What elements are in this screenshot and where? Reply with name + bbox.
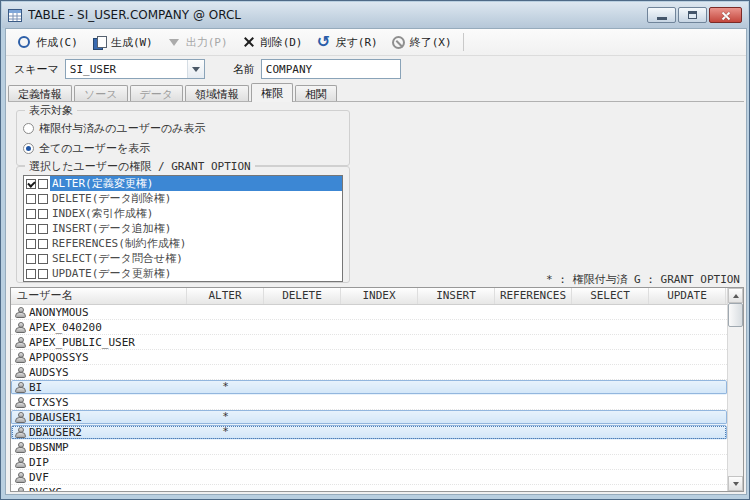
grant-cell-alter [187, 365, 264, 380]
user-name-cell: BI [11, 380, 187, 395]
grant-cell-index [341, 455, 418, 470]
user-row[interactable]: APPQOSSYS [11, 350, 727, 365]
display-target-groupbox: 表示対象 権限付与済みのユーザーのみ表示 全てのユーザーを表示 [16, 110, 350, 166]
chevron-down-icon [187, 60, 204, 78]
name-input[interactable] [261, 59, 401, 79]
user-row[interactable]: DBAUSER1* [11, 410, 727, 425]
schema-combobox[interactable]: SI_USER [65, 59, 205, 79]
privilege-checkbox[interactable] [26, 269, 36, 279]
grant-cell-delete [264, 455, 341, 470]
user-icon [15, 382, 26, 394]
grant-option-checkbox[interactable] [38, 209, 48, 219]
grant-cell-references [495, 470, 572, 485]
user-row[interactable]: CTXSYS [11, 395, 727, 410]
privilege-row[interactable]: UPDATE(データ更新権) [24, 266, 342, 281]
arrow-up-icon [733, 294, 739, 298]
tab-source[interactable]: ソース [74, 85, 128, 102]
grant-cell-delete [264, 335, 341, 350]
grant-cell-select [572, 335, 649, 350]
grant-cell-insert [418, 320, 495, 335]
grant-option-checkbox[interactable] [38, 254, 48, 264]
privilege-checkbox[interactable] [26, 254, 36, 264]
privilege-legend: 選択したユーザーの権限 / GRANT OPTION [25, 159, 255, 174]
toolbar-button-generate[interactable]: 生成(W) [85, 31, 160, 53]
window-controls [647, 7, 742, 23]
scroll-down-button[interactable] [728, 476, 743, 491]
tab-storage[interactable]: 領域情報 [185, 85, 249, 102]
grant-cell-references [495, 320, 572, 335]
grant-cell-alter: * [187, 425, 264, 440]
grant-cell-update [649, 440, 726, 455]
grant-cell-alter [187, 350, 264, 365]
grant-option-checkbox[interactable] [38, 224, 48, 234]
user-row[interactable]: BI* [11, 380, 727, 395]
radio-all-users[interactable]: 全てのユーザーを表示 [23, 140, 150, 156]
scroll-up-button[interactable] [728, 288, 743, 303]
grant-cell-delete [264, 485, 341, 491]
grant-cell-insert [418, 305, 495, 320]
tab-relation[interactable]: 相関 [295, 85, 337, 102]
grant-option-checkbox[interactable] [38, 179, 48, 189]
user-icon [15, 322, 26, 334]
privilege-row[interactable]: ALTER(定義変更権) [24, 176, 342, 191]
arrow-down-icon [733, 482, 739, 486]
toolbar-button-output[interactable]: 出力(P) [160, 31, 235, 53]
user-row[interactable]: DBSNMP [11, 440, 727, 455]
grant-cell-update [649, 395, 726, 410]
privilege-checkbox[interactable] [26, 209, 36, 219]
grant-cell-select [572, 350, 649, 365]
privilege-row[interactable]: DELETE(データ削除権) [24, 191, 342, 206]
radio-granted-users-only[interactable]: 権限付与済みのユーザーのみ表示 [23, 120, 206, 136]
tab-strip: 定義情報ソースデータ領域情報権限相関 [8, 83, 744, 102]
user-row[interactable]: DIP [11, 455, 727, 470]
grant-option-checkbox[interactable] [38, 194, 48, 204]
user-row[interactable]: APEX_040200 [11, 320, 727, 335]
privilege-checkbox[interactable] [26, 224, 36, 234]
tab-privilege[interactable]: 権限 [251, 83, 293, 102]
grant-cell-delete [264, 410, 341, 425]
toolbar-button-revert[interactable]: ↺戻す(R) [310, 31, 385, 53]
circle-icon [18, 36, 30, 48]
grant-cell-references [495, 380, 572, 395]
grant-cell-alter [187, 470, 264, 485]
privilege-row[interactable]: INSERT(データ追加権) [24, 221, 342, 236]
tab-definition[interactable]: 定義情報 [8, 85, 72, 102]
grant-cell-alter [187, 335, 264, 350]
toolbar-button-create[interactable]: 作成(C) [10, 31, 85, 53]
grant-cell-alter: * [187, 410, 264, 425]
grant-cell-references [495, 425, 572, 440]
display-target-legend: 表示対象 [25, 103, 77, 118]
grant-cell-references [495, 395, 572, 410]
user-row[interactable]: DVSYS [11, 485, 727, 491]
user-icon [15, 442, 26, 454]
user-row[interactable]: DBAUSER2* [11, 425, 727, 440]
privilege-checkbox[interactable] [26, 239, 36, 249]
privilege-row[interactable]: SELECT(データ問合せ権) [24, 251, 342, 266]
grant-option-checkbox[interactable] [38, 269, 48, 279]
privilege-row[interactable]: INDEX(索引作成権) [24, 206, 342, 221]
grant-cell-insert [418, 350, 495, 365]
user-row[interactable]: APEX_PUBLIC_USER [11, 335, 727, 350]
tab-data[interactable]: データ [130, 85, 184, 102]
toolbar-button-delete[interactable]: 削除(D) [235, 31, 310, 53]
minimize-button[interactable] [647, 7, 676, 23]
user-row[interactable]: DVF [11, 470, 727, 485]
window-title: TABLE - SI_USER.COMPANY @ ORCL [28, 8, 641, 22]
grant-cell-index [341, 335, 418, 350]
grant-cell-select [572, 395, 649, 410]
user-row[interactable]: AUDSYS [11, 365, 727, 380]
privilege-row[interactable]: REFERENCES(制約作成権) [24, 236, 342, 251]
scrollbar-thumb[interactable] [728, 303, 743, 327]
user-row[interactable]: ANONYMOUS [11, 305, 727, 320]
privilege-checkbox[interactable] [26, 194, 36, 204]
close-button[interactable] [709, 7, 742, 23]
user-name-cell: DBSNMP [11, 440, 187, 455]
toolbar-button-exit[interactable]: 終了(X) [385, 31, 459, 53]
grant-cell-select [572, 485, 649, 491]
toolbar: 作成(C)生成(W)出力(P)削除(D)↺戻す(R)終了(X) [6, 29, 746, 56]
grant-cell-update [649, 380, 726, 395]
maximize-button[interactable] [678, 7, 707, 23]
grant-option-checkbox[interactable] [38, 239, 48, 249]
privilege-checkbox[interactable] [26, 179, 36, 189]
vertical-scrollbar[interactable] [727, 288, 743, 491]
